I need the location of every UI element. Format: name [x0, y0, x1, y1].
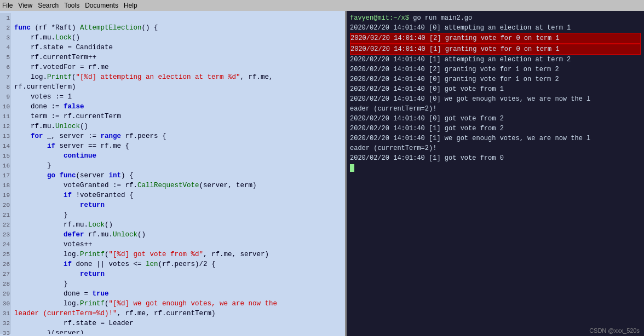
menu-file[interactable]: File [2, 2, 13, 9]
terminal-log-2-highlighted: 2020/02/20 14:01:40 [1] granting vote fo… [350, 44, 641, 55]
terminal-log-6: 2020/02/20 14:01:40 [0] got vote from 1 [350, 84, 641, 94]
terminal-log-3: 2020/02/20 14:01:40 [1] attempting an el… [350, 55, 641, 65]
terminal-prompt-line: favyen@mit:~/x$ go run main2.go [350, 13, 641, 23]
menu-help[interactable]: Help [124, 2, 137, 9]
terminal-log-10b: eader (currentTerm=2)! [350, 143, 641, 153]
terminal-log-8: 2020/02/20 14:01:40 [0] got vote from 2 [350, 114, 641, 124]
line-numbers: 12345 678910 1112131415 1617181920 21222… [0, 13, 11, 334]
watermark: CSDN @xxx_520s [589, 327, 640, 334]
menu-view[interactable]: View [18, 2, 32, 9]
terminal-log-7b: eader (currentTerm=2)! [350, 104, 641, 114]
terminal-log-5: 2020/02/20 14:01:40 [0] granting vote fo… [350, 74, 641, 84]
terminal-log-10: 2020/02/20 14:01:40 [1] we got enough vo… [350, 134, 641, 143]
terminal-cursor-line [350, 163, 641, 173]
code-editor: 12345 678910 1112131415 1617181920 21222… [0, 11, 345, 336]
terminal-log-11: 2020/02/20 14:01:40 [1] got vote from 0 [350, 153, 641, 163]
menu-documents[interactable]: Documents [85, 2, 118, 9]
terminal-log-9: 2020/02/20 14:01:40 [1] got vote from 2 [350, 124, 641, 134]
menubar: File View Search Tools Documents Help [0, 0, 644, 11]
menu-tools[interactable]: Tools [64, 2, 79, 9]
terminal-log-0: 2020/02/20 14:01:40 [0] attempting an el… [350, 23, 641, 33]
main-content: 12345 678910 1112131415 1617181920 21222… [0, 11, 644, 336]
code-text: func (rf *Raft) AttemptElection() { rf.m… [11, 13, 345, 334]
terminal-log-7: 2020/02/20 14:01:40 [0] we got enough vo… [350, 94, 641, 104]
terminal-log-4: 2020/02/20 14:01:40 [2] granting vote fo… [350, 65, 641, 74]
menu-search[interactable]: Search [38, 2, 59, 9]
terminal-log-1-highlighted: 2020/02/20 14:01:40 [2] granting vote fo… [350, 33, 641, 44]
terminal: favyen@mit:~/x$ go run main2.go 2020/02/… [347, 11, 644, 336]
